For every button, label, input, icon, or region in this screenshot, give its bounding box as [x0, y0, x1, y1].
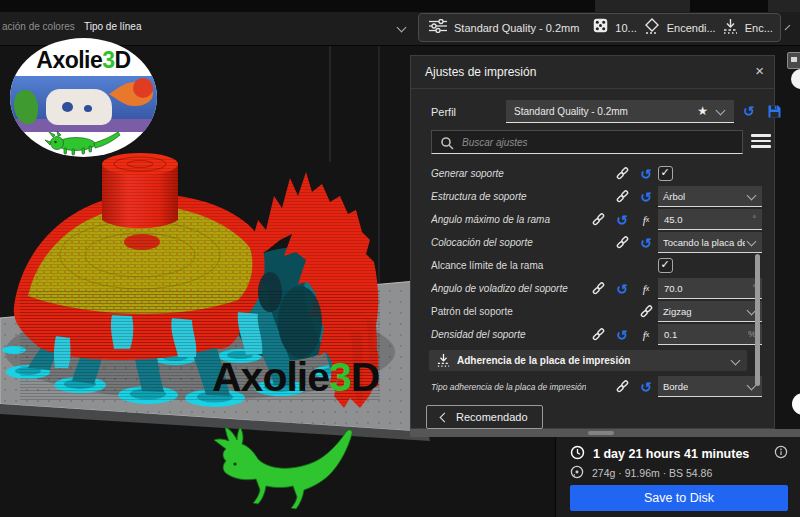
link-icon	[610, 187, 634, 207]
infill-icon	[593, 18, 608, 37]
link-icon	[586, 279, 610, 299]
link-icon	[610, 377, 634, 397]
summary-infill[interactable]: 10...	[615, 22, 636, 34]
number-input[interactable]: 70.0°	[658, 278, 762, 299]
summary-profile[interactable]: Standard Quality - 0.2mm	[454, 22, 579, 34]
view-toolbar: ación de colores Tipo de línea Standard …	[0, 12, 800, 46]
setting-label: Generar soporte	[431, 168, 586, 179]
print-time-estimate: 1 day 21 hours 41 minutes	[593, 447, 749, 461]
adhesion-icon	[437, 353, 450, 369]
setting-row: Estructura de soporte ↺ Árbol	[411, 185, 774, 208]
material-estimate: 274g · 91.96m · BS 54.86	[592, 467, 712, 479]
reset-icon[interactable]: ↺	[634, 377, 658, 397]
reset-icon[interactable]: ↺	[634, 187, 658, 207]
link-icon	[586, 210, 610, 230]
sliders-icon	[429, 19, 447, 37]
chevron-down-icon[interactable]	[784, 25, 790, 31]
chevron-down-icon	[716, 106, 726, 116]
setting-label: Patrón del soporte	[431, 306, 586, 317]
setting-row: Patrón del soporte Zigzag	[411, 300, 774, 323]
link-icon	[634, 302, 658, 322]
setting-row: Densidad del soporte ↺ fx 0.1%	[411, 323, 774, 346]
formula-icon[interactable]: fx	[634, 325, 658, 345]
setting-label: Alcance límite de la rama	[431, 260, 586, 271]
logo-axolotl	[44, 130, 124, 156]
reset-icon[interactable]: ↺	[610, 325, 634, 345]
close-icon[interactable]: ×	[755, 62, 764, 79]
material-spool-icon	[570, 465, 584, 481]
formula-icon[interactable]: fx	[634, 210, 658, 230]
output-panel: 1 day 21 hours 41 minutes 274g · 91.96m …	[555, 437, 800, 517]
setting-label: Tipo adherencia de la placa de impresión	[431, 382, 586, 392]
checkbox[interactable]	[658, 258, 673, 273]
link-icon	[610, 233, 634, 253]
settings-menu-icon[interactable]	[751, 134, 771, 149]
search-icon	[440, 136, 454, 152]
search-bar	[431, 130, 743, 154]
window-top-strip	[0, 0, 800, 12]
settings-list: Generar soporte ↺ Estructura de soporte …	[411, 162, 774, 429]
setting-row: Generar soporte ↺	[411, 162, 774, 185]
chevron-down-icon	[731, 356, 741, 366]
save-to-disk-button[interactable]: Save to Disk	[570, 485, 788, 511]
setting-label: Colocación del soporte	[431, 237, 586, 248]
setting-row: Ángulo de voladizo del soporte ↺ fx 70.0…	[411, 277, 774, 300]
search-input[interactable]	[460, 131, 734, 154]
dropdown[interactable]: Árbol	[658, 186, 762, 207]
reset-profile-icon[interactable]: ↺	[743, 104, 755, 118]
plant	[14, 90, 38, 124]
setting-label: Ángulo máximo de la rama	[431, 214, 586, 225]
info-icon[interactable]	[774, 445, 788, 463]
reset-icon[interactable]: ↺	[634, 164, 658, 184]
panel-splitter[interactable]	[410, 429, 800, 437]
cutoff-button[interactable]	[787, 52, 800, 69]
setting-row: Tipo adherencia de la placa de impresión…	[411, 375, 774, 398]
profile-label: Perfil	[431, 106, 456, 118]
chevron-left-icon	[440, 412, 450, 422]
save-profile-icon[interactable]	[767, 104, 782, 121]
brand-watermark: Axolie3D	[212, 354, 379, 401]
color-scheme-label: ación de colores	[2, 21, 75, 32]
reset-icon[interactable]: ↺	[610, 279, 634, 299]
chevron-down-icon[interactable]	[397, 23, 407, 33]
link-icon	[610, 164, 634, 184]
summary-adhesion[interactable]: Enc...	[745, 22, 773, 34]
summary-support[interactable]: Encendi...	[667, 22, 716, 34]
setting-row: Colocación del soporte ↺ Tocando la plac…	[411, 231, 774, 254]
link-icon	[586, 325, 610, 345]
dropdown[interactable]: Borde	[658, 376, 762, 397]
setting-row: Alcance límite de la rama	[411, 254, 774, 277]
dropdown[interactable]: Zigzag	[658, 301, 762, 322]
goldfish	[117, 82, 153, 106]
recommended-button[interactable]: Recomendado	[426, 405, 543, 429]
setting-label: Estructura de soporte	[431, 191, 586, 202]
setting-label: Ángulo de voladizo del soporte	[431, 283, 586, 294]
brand-logo: Axolie3D	[10, 38, 157, 157]
number-input[interactable]: 45.0°	[658, 209, 762, 230]
adhesion-icon	[723, 18, 738, 38]
clock-icon	[570, 445, 585, 463]
checkbox[interactable]	[658, 166, 673, 181]
setting-label: Densidad del soporte	[431, 329, 586, 340]
star-icon[interactable]: ★	[697, 104, 708, 118]
support-icon	[644, 18, 660, 38]
aquarium-photo	[10, 76, 157, 132]
number-input[interactable]: 0.1%	[658, 324, 762, 345]
category-label: Adherencia de la placa de impresión	[457, 355, 725, 366]
dropdown[interactable]: Tocando la placa de...	[658, 232, 762, 253]
print-setup-summary[interactable]: Standard Quality - 0.2mm 10... Encendi..…	[418, 13, 781, 42]
setting-row: Ángulo máximo de la rama ↺ fx 45.0°	[411, 208, 774, 231]
print-settings-panel: Ajustes de impresión × Perfil Standard Q…	[410, 55, 775, 429]
reset-icon[interactable]: ↺	[610, 210, 634, 230]
view-type-dropdown[interactable]: Tipo de línea	[84, 21, 141, 32]
reset-icon[interactable]: ↺	[634, 233, 658, 253]
category-adhesion[interactable]: Adherencia de la placa de impresión	[429, 350, 747, 371]
panel-title: Ajustes de impresión	[425, 65, 536, 79]
panel-scrollbar[interactable]	[755, 254, 760, 386]
profile-dropdown[interactable]: Standard Quality - 0.2mm ★	[506, 100, 734, 123]
printed-decor	[46, 89, 112, 125]
formula-icon[interactable]: fx	[634, 279, 658, 299]
